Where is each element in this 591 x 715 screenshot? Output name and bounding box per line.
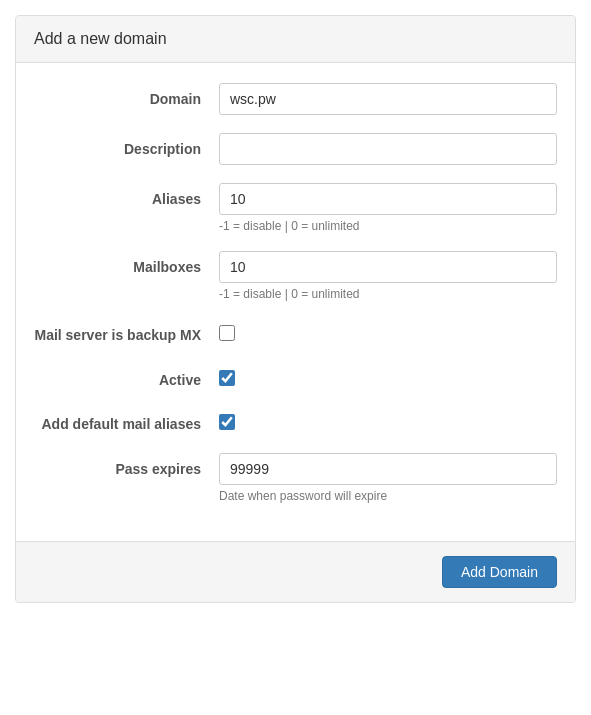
default-aliases-control — [219, 408, 557, 430]
active-checkbox[interactable] — [219, 370, 235, 386]
active-control — [219, 364, 557, 386]
pass-expires-help: Date when password will expire — [219, 489, 557, 503]
add-domain-button[interactable]: Add Domain — [442, 556, 557, 588]
pass-expires-row: Pass expires Date when password will exp… — [34, 453, 557, 503]
aliases-label: Aliases — [34, 183, 219, 210]
domain-input[interactable] — [219, 83, 557, 115]
description-row: Description — [34, 133, 557, 165]
description-label: Description — [34, 133, 219, 160]
domain-control — [219, 83, 557, 115]
card-footer: Add Domain — [16, 541, 575, 602]
aliases-row: Aliases -1 = disable | 0 = unlimited — [34, 183, 557, 233]
default-aliases-label: Add default mail aliases — [34, 408, 219, 435]
description-input[interactable] — [219, 133, 557, 165]
card-title: Add a new domain — [16, 16, 575, 63]
default-aliases-checkbox[interactable] — [219, 414, 235, 430]
mailboxes-label: Mailboxes — [34, 251, 219, 278]
active-row: Active — [34, 364, 557, 391]
active-checkbox-wrap — [219, 364, 557, 386]
domain-row: Domain — [34, 83, 557, 115]
backup-mx-checkbox[interactable] — [219, 325, 235, 341]
description-control — [219, 133, 557, 165]
backup-mx-checkbox-wrap — [219, 319, 557, 341]
backup-mx-label: Mail server is backup MX — [34, 319, 219, 346]
card-title-text: Add a new domain — [34, 30, 167, 47]
default-aliases-checkbox-wrap — [219, 408, 557, 430]
mailboxes-input[interactable] — [219, 251, 557, 283]
domain-label: Domain — [34, 83, 219, 110]
aliases-help: -1 = disable | 0 = unlimited — [219, 219, 557, 233]
pass-expires-label: Pass expires — [34, 453, 219, 480]
pass-expires-control: Date when password will expire — [219, 453, 557, 503]
aliases-control: -1 = disable | 0 = unlimited — [219, 183, 557, 233]
backup-mx-control — [219, 319, 557, 341]
active-label: Active — [34, 364, 219, 391]
pass-expires-input[interactable] — [219, 453, 557, 485]
form-body: Domain Description Aliases -1 = disable … — [16, 63, 575, 541]
mailboxes-row: Mailboxes -1 = disable | 0 = unlimited — [34, 251, 557, 301]
backup-mx-row: Mail server is backup MX — [34, 319, 557, 346]
mailboxes-control: -1 = disable | 0 = unlimited — [219, 251, 557, 301]
aliases-input[interactable] — [219, 183, 557, 215]
default-aliases-row: Add default mail aliases — [34, 408, 557, 435]
mailboxes-help: -1 = disable | 0 = unlimited — [219, 287, 557, 301]
add-domain-card: Add a new domain Domain Description Alia… — [15, 15, 576, 603]
